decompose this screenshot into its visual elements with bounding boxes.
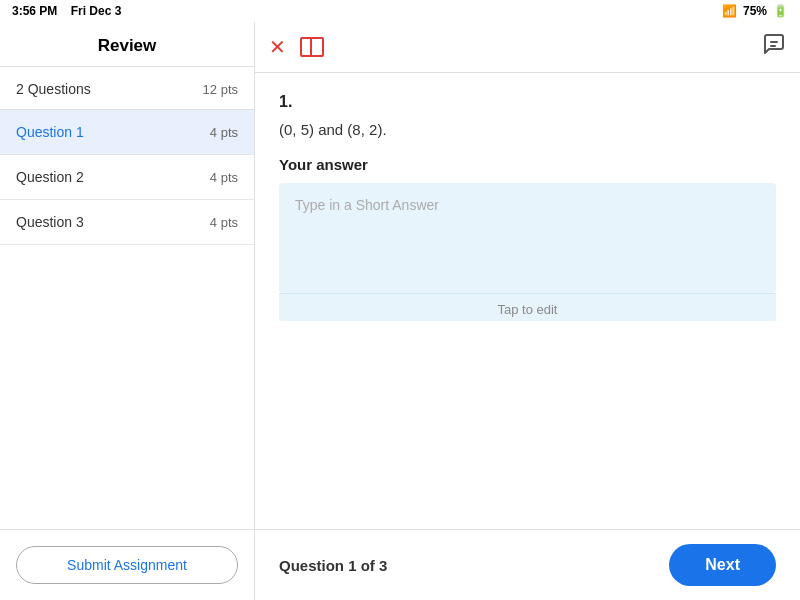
sidebar-item-pts-q1: 4 pts	[210, 125, 238, 140]
battery-icon: 🔋	[773, 4, 788, 18]
sidebar-item-question2[interactable]: Question 2 4 pts	[0, 155, 254, 200]
sidebar: Review 2 Questions 12 pts Question 1 4 p…	[0, 22, 255, 600]
status-right: 📶 75% 🔋	[722, 4, 788, 18]
question-progress: Question 1 of 3	[279, 557, 387, 574]
content-area: ✕ 1. (0, 5) and (8, 2). Your answer	[255, 22, 800, 600]
answer-box-wrapper: Type in a Short Answer Tap to edit	[279, 183, 776, 321]
sidebar-item-question3[interactable]: Question 3 4 pts	[0, 200, 254, 245]
sidebar-item-label-q3: Question 3	[16, 214, 84, 230]
content-footer: Question 1 of 3 Next	[255, 529, 800, 600]
sidebar-item-pts-q3: 4 pts	[210, 215, 238, 230]
sidebar-item-question1[interactable]: Question 1 4 pts	[0, 110, 254, 155]
question-text: (0, 5) and (8, 2).	[279, 121, 776, 138]
question-content: 1. (0, 5) and (8, 2). Your answer Type i…	[255, 73, 800, 529]
status-time: 3:56 PM Fri Dec 3	[12, 4, 121, 18]
question-number: 1.	[279, 93, 776, 111]
answer-placeholder: Type in a Short Answer	[295, 197, 760, 213]
sidebar-header-pts: 12 pts	[203, 82, 238, 97]
chat-icon[interactable]	[762, 32, 786, 62]
sidebar-item-pts-q2: 4 pts	[210, 170, 238, 185]
answer-input-area[interactable]: Type in a Short Answer	[279, 183, 776, 293]
battery-level: 75%	[743, 4, 767, 18]
layout-icon[interactable]	[300, 37, 324, 57]
status-bar: 3:56 PM Fri Dec 3 📶 75% 🔋	[0, 0, 800, 22]
sidebar-title: Review	[0, 22, 254, 67]
main-layout: Review 2 Questions 12 pts Question 1 4 p…	[0, 22, 800, 600]
sidebar-footer: Submit Assignment	[0, 529, 254, 600]
submit-assignment-button[interactable]: Submit Assignment	[16, 546, 238, 584]
toolbar-left: ✕	[269, 37, 324, 57]
next-button[interactable]: Next	[669, 544, 776, 586]
sidebar-list: 2 Questions 12 pts Question 1 4 pts Ques…	[0, 67, 254, 529]
sidebar-header-row: 2 Questions 12 pts	[0, 67, 254, 110]
sidebar-header-label: 2 Questions	[16, 81, 91, 97]
sidebar-item-label-q2: Question 2	[16, 169, 84, 185]
your-answer-label: Your answer	[279, 156, 776, 173]
sidebar-item-label-q1: Question 1	[16, 124, 84, 140]
tap-to-edit[interactable]: Tap to edit	[279, 293, 776, 321]
wifi-icon: 📶	[722, 4, 737, 18]
close-icon[interactable]: ✕	[269, 37, 286, 57]
content-toolbar: ✕	[255, 22, 800, 73]
